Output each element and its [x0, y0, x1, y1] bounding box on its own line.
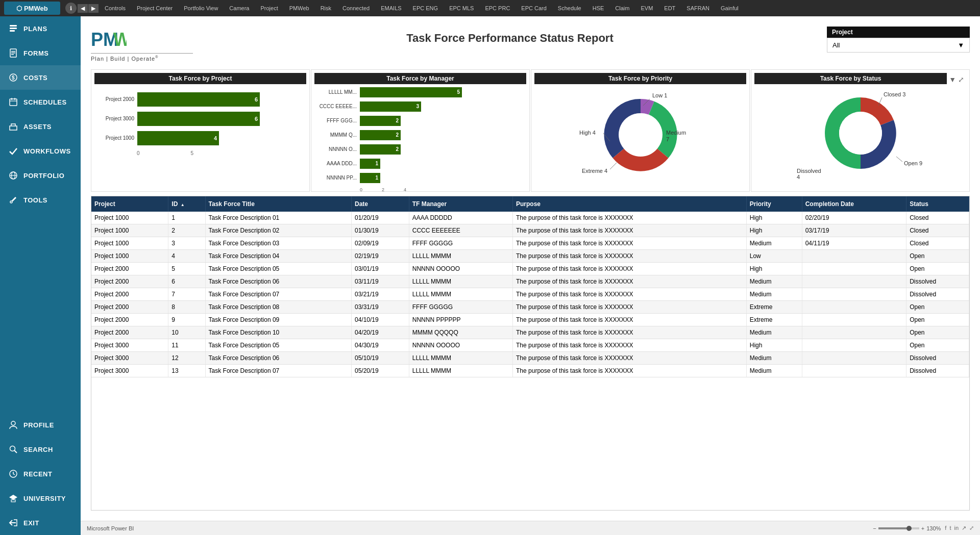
hbar-label-ffff: FFFF GGG... — [318, 118, 357, 123]
cell-manager: NNNNN PPPPPP — [409, 313, 512, 326]
sidebar-item-recent[interactable]: RECENT — [0, 462, 81, 486]
cell-date: 05/20/19 — [352, 364, 409, 377]
chart-action-buttons: ▼ ⤢ — [947, 74, 966, 85]
col-id[interactable]: ID ▲ — [168, 196, 205, 212]
facebook-icon[interactable]: f — [945, 525, 946, 531]
nav-edt[interactable]: EDT — [659, 3, 680, 13]
nav-camera[interactable]: Camera — [224, 3, 254, 13]
donut-hole-status — [839, 112, 882, 155]
cell-date: 02/09/19 — [352, 237, 409, 249]
cell-project: Project 3000 — [91, 351, 168, 364]
cell-manager: LLLLL MMMM — [409, 364, 512, 377]
sidebar-item-assets[interactable]: ASSETS — [0, 114, 81, 139]
zoom-slider[interactable] — [878, 527, 919, 529]
zoom-thumb[interactable] — [906, 526, 912, 531]
nav-portfolio-view[interactable]: Portfolio View — [179, 3, 223, 13]
bottom-bar: Microsoft Power BI − + 130% f t in ↗ ⤢ — [81, 521, 980, 535]
bar-row-p3000: Project 3000 6 — [99, 112, 302, 126]
nav-epc-mls[interactable]: EPC MLS — [444, 3, 479, 13]
sidebar-item-search[interactable]: SEARCH — [0, 437, 81, 462]
plans-icon — [8, 23, 18, 34]
sidebar-profile-label: PROFILE — [23, 421, 54, 429]
info-button[interactable]: ℹ — [65, 3, 77, 14]
cell-id: 7 — [168, 288, 205, 300]
nav-hse[interactable]: HSE — [587, 3, 609, 13]
hbar-row-nnnnn-o: NNNNN O... 2 — [318, 144, 522, 155]
bar-value-p1000: 4 — [214, 135, 217, 141]
nav-gainful[interactable]: Gainful — [716, 3, 744, 13]
sidebar-item-profile[interactable]: PROFILE — [0, 413, 81, 437]
nav-epc-card[interactable]: EPC Card — [516, 3, 552, 13]
cell-priority: Medium — [746, 351, 802, 364]
cell-project: Project 2000 — [91, 313, 168, 326]
nav-connected[interactable]: Connected — [337, 3, 375, 13]
cell-purpose: The purpose of this task force is XXXXXX… — [513, 326, 747, 339]
nav-claim[interactable]: Claim — [610, 3, 634, 13]
hbar-label-mmmm: MMMM Q... — [318, 132, 357, 138]
nav-prev[interactable]: ◀ — [78, 4, 88, 13]
col-purpose: Purpose — [513, 196, 747, 212]
table-row: Project 10002Task Force Description 0201… — [91, 224, 969, 237]
sidebar-item-costs[interactable]: $ COSTS — [0, 65, 81, 90]
zoom-minus[interactable]: − — [873, 525, 876, 531]
cell-priority: Medium — [746, 288, 802, 300]
bar-fill-p1000: 4 — [137, 131, 219, 145]
cell-completion — [802, 300, 906, 313]
cell-purpose: The purpose of this task force is XXXXXX… — [513, 275, 747, 288]
cell-date: 03/31/19 — [352, 300, 409, 313]
nav-project[interactable]: Project — [255, 3, 283, 13]
table-header: Project ID ▲ Task Force Title Date TF Ma… — [91, 196, 969, 212]
sidebar-item-university[interactable]: UNIVERSITY — [0, 486, 81, 511]
sidebar-item-forms[interactable]: FORMS — [0, 41, 81, 65]
tools-icon — [8, 195, 18, 205]
priority-donut-container: Low 1 Medium 7 High 4 Extreme 4 — [534, 86, 746, 181]
sidebar-item-plans[interactable]: PLANS — [0, 16, 81, 41]
twitter-icon[interactable]: t — [949, 525, 951, 531]
cell-purpose: The purpose of this task force is XXXXXX… — [513, 339, 747, 351]
sidebar-assets-label: ASSETS — [23, 123, 52, 131]
project-filter-select[interactable]: All ▼ — [827, 38, 970, 53]
nav-risk[interactable]: Risk — [315, 3, 336, 13]
cell-purpose: The purpose of this task force is XXXXXX… — [513, 224, 747, 237]
svg-rect-2 — [10, 30, 15, 32]
table-row: Project 300011Task Force Description 050… — [91, 339, 969, 351]
chart-by-status-title: Task Force by Status — [754, 73, 947, 84]
sidebar-item-tools[interactable]: TOOLS — [0, 188, 81, 212]
linkedin-icon[interactable]: in — [954, 525, 959, 531]
col-priority: Priority — [746, 196, 802, 212]
hbar-value-lllll: 5 — [457, 89, 460, 95]
filter-icon-btn[interactable]: ▼ — [949, 75, 956, 84]
sidebar-item-workflows[interactable]: WORKFLOWS — [0, 139, 81, 163]
nav-evm[interactable]: EVM — [635, 3, 658, 13]
nav-epc-eng[interactable]: EPC ENG — [408, 3, 444, 13]
share-icon[interactable]: ↗ — [962, 525, 966, 531]
cell-title: Task Force Description 05 — [205, 262, 351, 275]
hbar-fill-mmmm: 2 — [360, 130, 401, 140]
sidebar-item-schedules[interactable]: SCHEDULES — [0, 90, 81, 114]
sidebar-schedules-label: SCHEDULES — [23, 98, 67, 106]
cell-title: Task Force Description 04 — [205, 249, 351, 262]
cell-project: Project 2000 — [91, 326, 168, 339]
nav-pmweb[interactable]: PMWeb — [284, 3, 314, 13]
cell-id: 3 — [168, 237, 205, 249]
sidebar-item-exit[interactable]: EXIT — [0, 511, 81, 535]
expand-icon[interactable]: ⤢ — [969, 525, 974, 531]
social-icons: f t in ↗ ⤢ — [945, 525, 974, 531]
nav-safran[interactable]: SAFRAN — [681, 3, 715, 13]
nav-emails[interactable]: EMAILS — [376, 3, 406, 13]
zoom-plus[interactable]: + — [921, 525, 924, 531]
priority-high-label: High 4 — [579, 130, 596, 136]
priority-donut-svg: Low 1 Medium 7 High 4 Extreme 4 — [577, 86, 704, 181]
sidebar-item-portfolio[interactable]: PORTFOLIO — [0, 163, 81, 188]
nav-schedule[interactable]: Schedule — [553, 3, 586, 13]
nav-epc-prc[interactable]: EPC PRC — [480, 3, 515, 13]
bar-fill-p2000: 6 — [137, 92, 260, 107]
cell-priority: High — [746, 224, 802, 237]
nav-arrows: ◀ ▶ — [78, 4, 99, 13]
nav-project-center[interactable]: Project Center — [132, 3, 178, 13]
hbar-row-ffff: FFFF GGG... 2 — [318, 116, 522, 126]
nav-next[interactable]: ▶ — [88, 4, 99, 13]
nav-controls[interactable]: Controls — [100, 3, 131, 13]
expand-icon-btn[interactable]: ⤢ — [958, 75, 964, 84]
cell-manager: AAAA DDDDD — [409, 212, 512, 224]
